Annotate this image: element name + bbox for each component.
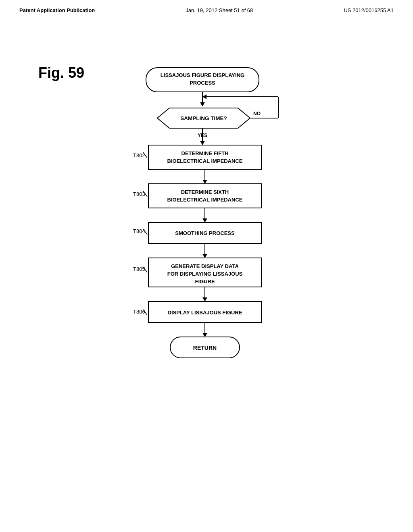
patent-number: US 2012/0016255 A1	[344, 7, 394, 13]
t804-text: SMOOTHING PROCESS	[175, 230, 235, 236]
page-header: Patent Application Publication Jan. 19, …	[0, 0, 413, 13]
flowchart-svg: LISSAJOUS FIGURE DISPLAYING PROCESS SAMP…	[81, 60, 332, 447]
publication-label: Patent Application Publication	[19, 7, 95, 13]
arrow4	[202, 218, 207, 222]
figure-label: Fig. 59	[38, 64, 84, 81]
t802-text2: BIOELECTRICAL IMPEDANCE	[167, 158, 243, 164]
t806-text: DISPLAY LISSAJOUS FIGURE	[168, 310, 242, 316]
start-text-line2: PROCESS	[190, 80, 215, 86]
arrow6	[202, 297, 207, 301]
arrow-no-back	[202, 94, 206, 99]
arrow7	[202, 333, 207, 337]
sheet-info: Jan. 19, 2012 Sheet 51 of 68	[186, 7, 253, 13]
t803-text1: DETERMINE SIXTH	[181, 189, 229, 195]
t805-text2: FOR DISPLAYING LISSAJOUS	[167, 271, 243, 277]
t802-text1: DETERMINE FIFTH	[181, 150, 229, 156]
svg-rect-8	[148, 184, 261, 208]
decision-text: SAMPLING TIME?	[180, 115, 227, 121]
arrow1	[200, 102, 205, 106]
t805-text3: FIGURE	[195, 278, 215, 285]
step-label-t803: T803	[133, 191, 145, 197]
no-label: NO	[253, 111, 261, 116]
svg-rect-6	[148, 145, 261, 169]
start-text-line1: LISSAJOUS FIGURE DISPLAYING	[161, 72, 244, 78]
arrow2	[200, 141, 205, 145]
flowchart: LISSAJOUS FIGURE DISPLAYING PROCESS SAMP…	[81, 60, 332, 447]
arrow5	[202, 254, 207, 258]
t805-text1: GENERATE DISPLAY DATA	[171, 263, 239, 269]
return-text: RETURN	[193, 345, 217, 351]
arrow3	[202, 180, 207, 184]
t803-text2: BIOELECTRICAL IMPEDANCE	[167, 197, 243, 203]
step-label-t802: T802	[133, 152, 145, 158]
